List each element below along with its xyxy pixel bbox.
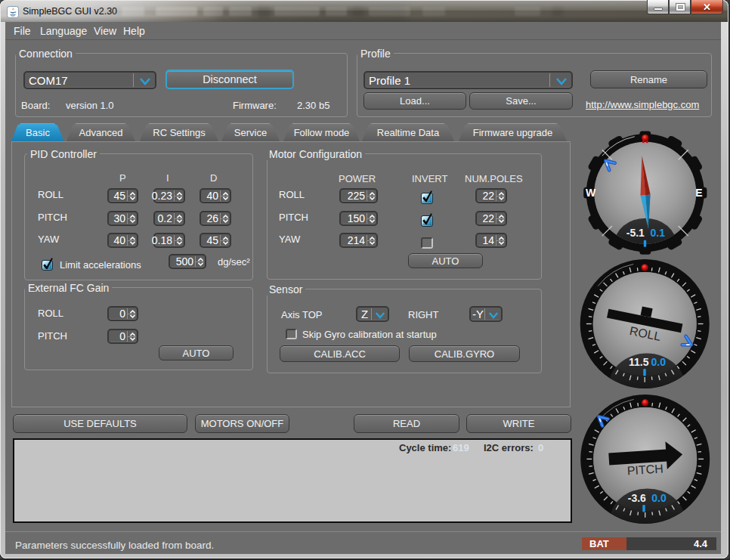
- svg-text:-5.1: -5.1: [626, 227, 645, 239]
- svg-text:0.1: 0.1: [651, 227, 666, 239]
- svg-text:11.5: 11.5: [629, 356, 649, 368]
- svg-text:0.0: 0.0: [651, 356, 666, 368]
- svg-text:0.0: 0.0: [651, 492, 667, 504]
- svg-text:PITCH: PITCH: [626, 462, 663, 477]
- svg-text:-3.6: -3.6: [628, 492, 646, 504]
- svg-text:E: E: [695, 187, 702, 199]
- svg-text:W: W: [586, 187, 596, 199]
